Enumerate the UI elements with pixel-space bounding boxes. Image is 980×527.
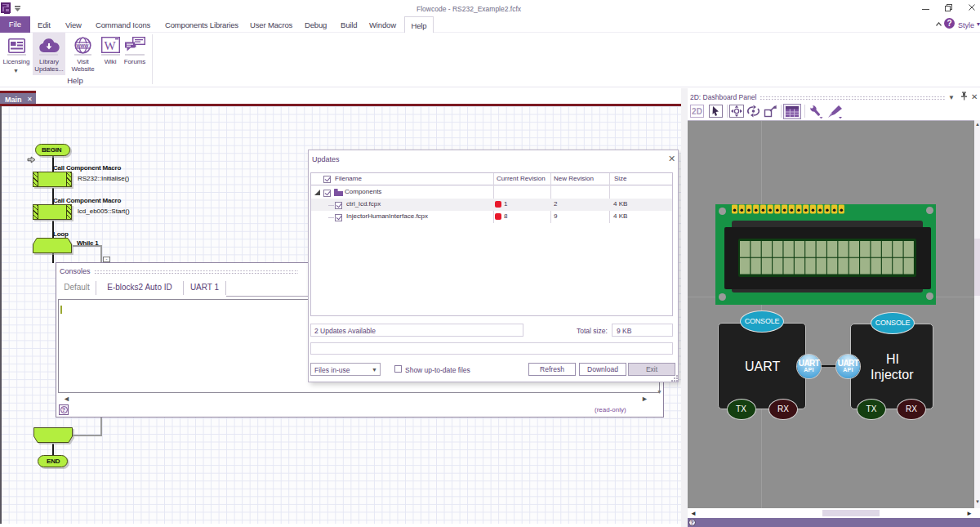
svg-text:W: W bbox=[105, 39, 117, 52]
svg-text:www: www bbox=[75, 42, 89, 48]
